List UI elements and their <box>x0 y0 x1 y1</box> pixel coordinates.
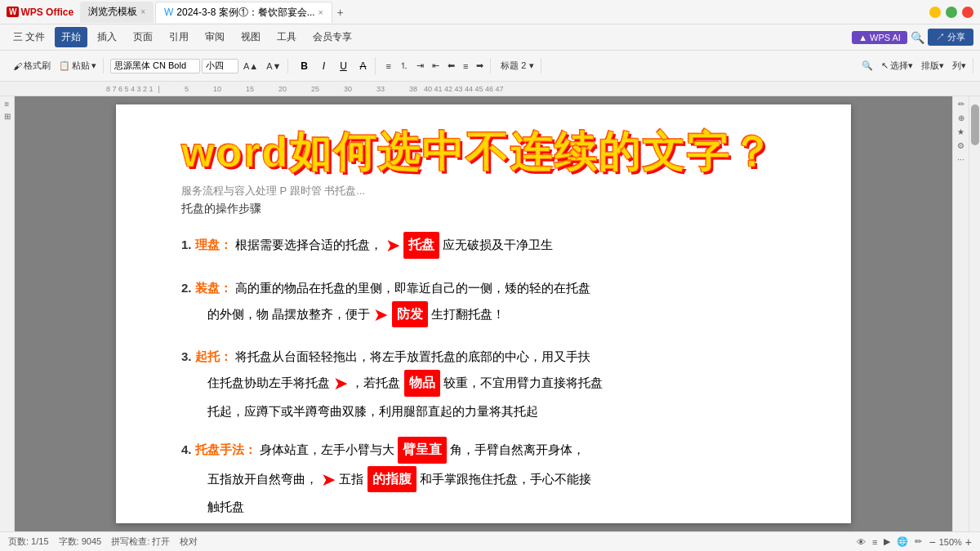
list-icon: ≡ <box>872 537 877 547</box>
highlight-4b: 的指腹 <box>368 466 416 493</box>
menu-bar: 三 文件 开始 插入 页面 引用 审阅 视图 工具 会员专享 ▲ WPS AI … <box>0 24 980 51</box>
window-controls <box>929 7 973 18</box>
list-item-4: 4. 托盘手法： 身体站直，左手小臂与大 臂呈直 角，手臂自然离开身体， 五指放… <box>181 437 786 518</box>
menu-page[interactable]: 页面 <box>127 27 159 47</box>
font-name-input[interactable] <box>110 59 200 73</box>
list-text-4a: 身体站直，左手小臂与大 <box>260 442 394 456</box>
list-label-3: 起托： <box>195 349 232 363</box>
format-painter-icon: 🖌 <box>13 61 22 71</box>
wps-office-label: WPS Office <box>20 7 74 18</box>
column-button[interactable]: 列▾ <box>949 58 969 73</box>
right-icon-1[interactable]: ✏ <box>958 100 964 109</box>
outdent-button[interactable]: ⇤ <box>429 59 443 73</box>
select-button[interactable]: ↖ 选择▾ <box>878 58 916 73</box>
menu-file[interactable]: 三 文件 <box>7 27 51 47</box>
close-button[interactable] <box>962 7 973 18</box>
list-text-3b: 住托盘协助左手将托盘 <box>207 375 330 389</box>
arrow-icon-1: ➤ <box>385 235 400 256</box>
tab-document[interactable]: W 2024-3-8 案例①：餐饮部宴会... × <box>155 2 332 23</box>
right-icon-4[interactable]: ⚙ <box>957 141 964 150</box>
sort-button[interactable]: 排版▾ <box>918 58 947 73</box>
indent-button[interactable]: ⇥ <box>413 59 427 73</box>
highlight-4a: 臂呈直 <box>398 437 447 464</box>
align-center-button[interactable]: ≡ <box>460 60 471 73</box>
wps-logo: W WPS Office <box>7 7 74 18</box>
arrow-icon-2: ➤ <box>373 304 388 325</box>
format-painter-button[interactable]: 🖌 格式刷 <box>10 58 54 73</box>
tab-template[interactable]: 浏览壳模板 × <box>80 2 154 23</box>
paragraph-group: ≡ ⒈ ⇥ ⇤ ⬅ ≡ ➡ <box>379 58 491 73</box>
vertical-scrollbar[interactable] <box>969 96 980 531</box>
right-icon-2[interactable]: ⊕ <box>958 113 964 122</box>
style-selector[interactable]: 标题 2 ▾ <box>497 58 537 73</box>
select-label: 选择▾ <box>890 60 913 72</box>
menu-view[interactable]: 视图 <box>234 27 267 47</box>
zoom-out-button[interactable]: − <box>929 535 935 549</box>
styles-group: 标题 2 ▾ <box>494 58 541 73</box>
paste-icon: 📋 <box>59 60 70 71</box>
align-status: 校对 <box>180 535 198 548</box>
zoom-controls: − 150% + <box>929 535 972 549</box>
strikethrough-button[interactable]: A <box>354 57 372 75</box>
bold-button[interactable]: B <box>295 57 313 75</box>
list-item-3: 3. 起托： 将托盘从台面轻轻拖出，将左手放置托盘的底部的中心，用又手扶 住托盘… <box>181 345 786 422</box>
menu-review[interactable]: 审阅 <box>198 27 231 47</box>
list-text-4b: 角，手臂自然离开身体， <box>450 442 585 456</box>
wps-ai-button[interactable]: ▲ WPS AI <box>852 31 907 44</box>
paste-dropdown-icon[interactable]: ▾ <box>91 60 96 71</box>
highlight-2: 防发 <box>392 301 428 328</box>
spell-status: 拼写检查: 打开 <box>111 535 170 548</box>
big-title: word如何选中不连续的文字？ <box>181 129 786 176</box>
menu-home[interactable]: 开始 <box>55 27 87 47</box>
list-text-1a: 根据需要选择合适的托盘， <box>235 238 382 251</box>
menu-tools[interactable]: 工具 <box>270 27 303 47</box>
list-text-4f: 触托盘 <box>207 500 244 513</box>
share-icon: ↗ <box>936 32 947 42</box>
menu-reference[interactable]: 引用 <box>163 27 195 47</box>
font-size-input[interactable] <box>202 59 238 73</box>
list-text-3d: 较重，不宜用臂力直接将托盘 <box>443 375 603 389</box>
tab-template-close[interactable]: × <box>140 7 145 16</box>
left-panel-icon-1[interactable]: ≡ <box>5 100 10 109</box>
globe-icon: 🌐 <box>897 536 908 547</box>
status-bar: 页数: 1/15 字数: 9045 拼写检查: 打开 校对 👁 ≡ ▶ 🌐 ✏ … <box>0 531 980 551</box>
list-text-4d: 五指 <box>339 472 363 486</box>
left-panel-icon-2[interactable]: ⊞ <box>4 112 11 121</box>
paste-button[interactable]: 📋 粘贴 ▾ <box>56 58 100 73</box>
wps-logo-icon: W <box>7 7 19 17</box>
main-layout: ≡ ⊞ word如何选中不连续的文字？ 服务流程与容入处理 P 跟时管 书托盘.… <box>0 96 980 531</box>
italic-button[interactable]: I <box>314 57 332 75</box>
search-icon[interactable]: 🔍 <box>911 31 924 44</box>
find-button[interactable]: 🔍 <box>858 59 876 73</box>
menu-insert[interactable]: 插入 <box>91 27 123 47</box>
right-icon-3[interactable]: ★ <box>957 127 964 136</box>
list-num-1: 1. <box>181 238 195 251</box>
align-right-button[interactable]: ➡ <box>473 59 487 73</box>
numbered-list-button[interactable]: ⒈ <box>396 58 412 73</box>
maximize-button[interactable] <box>946 7 957 18</box>
right-icon-5[interactable]: ··· <box>957 155 964 164</box>
list-text-2c: 生打翻托盘！ <box>431 307 505 321</box>
list-text-3e: 托起，应蹲下或半蹲弯曲双膝，利用腿部直起的力量将其托起 <box>207 404 538 418</box>
list-num-2: 2. <box>181 281 195 295</box>
bullet-list-button[interactable]: ≡ <box>382 60 394 73</box>
zoom-in-button[interactable]: + <box>965 535 972 549</box>
sub-header: 托盘的操作步骤 <box>181 202 786 216</box>
list-text-4c: 五指放开自然弯曲， <box>207 472 318 486</box>
share-button[interactable]: ↗ 分享 <box>928 29 973 46</box>
increase-font-button[interactable]: A▲ <box>240 60 261 73</box>
status-right: 👁 ≡ ▶ 🌐 ✏ − 150% + <box>857 535 972 549</box>
font-group: A▲ A▼ <box>107 59 288 73</box>
underline-button[interactable]: U <box>334 57 352 75</box>
scrollbar-thumb[interactable] <box>971 104 979 145</box>
menu-member[interactable]: 会员专享 <box>306 27 359 47</box>
share-label: 分享 <box>947 32 965 42</box>
align-left-button[interactable]: ⬅ <box>444 59 458 73</box>
tab-document-close[interactable]: × <box>318 8 323 17</box>
tab-add-button[interactable]: + <box>334 6 347 19</box>
play-icon: ▶ <box>884 536 890 547</box>
minimize-button[interactable] <box>929 7 941 18</box>
right-panel: ✏ ⊕ ★ ⚙ ··· <box>952 96 969 531</box>
list-label-1: 理盘： <box>195 238 232 251</box>
decrease-font-button[interactable]: A▼ <box>263 60 284 73</box>
